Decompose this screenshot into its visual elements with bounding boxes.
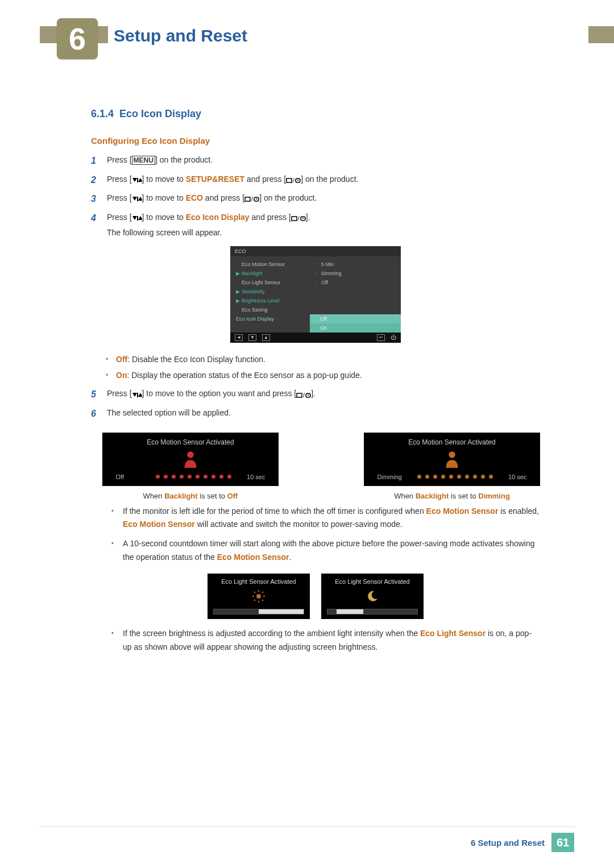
source-enter-icon: / bbox=[291, 211, 306, 224]
backlight-dimming-label: Dimming bbox=[377, 474, 412, 480]
motion-popups-row: Eco Motion Sensor Activated Off 10 sec W… bbox=[102, 433, 540, 500]
popup-box-off: Eco Motion Sensor Activated Off 10 sec bbox=[102, 433, 279, 486]
info-bullet-1: If the monitor is left idle for the peri… bbox=[123, 505, 540, 532]
svg-rect-15 bbox=[292, 217, 297, 221]
sun-icon bbox=[213, 589, 304, 604]
step-number: 5 bbox=[91, 387, 107, 402]
light-popup-sun: Eco Light Sensor Activated bbox=[208, 574, 310, 619]
countdown-row: Dimming 10 sec bbox=[371, 474, 533, 480]
osd-row-saving: Eco Saving bbox=[230, 305, 401, 314]
section-title: Eco Icon Display bbox=[119, 108, 201, 119]
svg-rect-19 bbox=[137, 393, 138, 397]
subheading: Configuring Eco Icon Display bbox=[91, 136, 540, 146]
triangle-right-icon: ▶ bbox=[236, 271, 242, 276]
page-header: 6 Setup and Reset bbox=[40, 17, 614, 50]
nav-up-icon: ▲ bbox=[262, 334, 270, 341]
svg-line-34 bbox=[254, 600, 255, 601]
svg-marker-2 bbox=[138, 178, 142, 182]
step-6: 6 The selected option will be applied. bbox=[91, 406, 540, 421]
osd-option-on: On bbox=[310, 323, 401, 333]
popup-box-dimming: Eco Motion Sensor Activated Dimming 10 s… bbox=[364, 433, 540, 486]
step-text: Press [] to move to ECO and press [/] on… bbox=[107, 192, 540, 206]
page-footer: 6 Setup and Reset 61 bbox=[471, 833, 574, 852]
step-text: Press [MENU] on the product. bbox=[107, 153, 540, 168]
osd-icon-display-label: Eco Icon Display bbox=[230, 314, 310, 323]
step-2: 2 Press [] to move to SETUP&RESET and pr… bbox=[91, 173, 540, 188]
step-text: The selected option will be applied. bbox=[107, 406, 540, 421]
countdown-dots bbox=[156, 475, 231, 479]
svg-rect-13 bbox=[137, 216, 138, 221]
svg-rect-9 bbox=[245, 197, 250, 201]
steps-list-2: 5 Press [] to move to the option you wan… bbox=[91, 387, 540, 421]
moon-icon bbox=[327, 589, 418, 604]
info-bullets-2: If the screen brightness is adjusted acc… bbox=[91, 627, 540, 654]
svg-text:/: / bbox=[251, 196, 253, 202]
step-1: 1 Press [MENU] on the product. bbox=[91, 153, 540, 168]
info-bullet-2: A 10-second countdown timer will start a… bbox=[123, 537, 540, 564]
step-number: 4 bbox=[91, 211, 107, 239]
person-icon bbox=[371, 451, 533, 468]
motion-popup-dimming: Eco Motion Sensor Activated Dimming 10 s… bbox=[364, 433, 540, 500]
step-number: 2 bbox=[91, 173, 107, 188]
brightness-bar bbox=[213, 609, 304, 614]
svg-marker-14 bbox=[138, 216, 142, 220]
step-4-tail: The following screen will appear. bbox=[107, 226, 540, 239]
svg-point-26 bbox=[256, 594, 261, 599]
step-number: 3 bbox=[91, 192, 107, 206]
step-text: Press [] to move to the option you want … bbox=[107, 387, 540, 402]
steps-list: 1 Press [MENU] on the product. 2 Press [… bbox=[91, 153, 540, 239]
down-up-arrow-icon bbox=[132, 211, 142, 224]
osd-body: Eco Motion Sensor:5 Min ▶Backlight:Dimmi… bbox=[230, 256, 401, 333]
nav-power-icon: ⏻ bbox=[391, 334, 396, 341]
option-bullets: Off: Disable the Eco Icon Display functi… bbox=[91, 353, 540, 382]
triangle-right-icon: ▶ bbox=[236, 289, 242, 294]
step-3: 3 Press [] to move to ECO and press [/] … bbox=[91, 192, 540, 206]
info-bullets: If the monitor is left idle for the peri… bbox=[91, 505, 540, 564]
svg-marker-0 bbox=[132, 178, 137, 182]
light-popups-row: Eco Light Sensor Activated Eco Light Sen… bbox=[91, 574, 540, 619]
svg-line-31 bbox=[254, 592, 255, 593]
on-label: On bbox=[116, 371, 127, 380]
step-number: 6 bbox=[91, 406, 107, 421]
popup-title: Eco Motion Sensor Activated bbox=[371, 438, 533, 446]
info-bullet-3: If the screen brightness is adjusted acc… bbox=[123, 627, 540, 654]
page-number-badge: 61 bbox=[551, 833, 574, 852]
step-4: 4 Press [] to move to Eco Icon Display a… bbox=[91, 211, 540, 239]
osd-row-icon-display: Eco Icon Display :Off bbox=[230, 314, 401, 323]
motion-popup-off: Eco Motion Sensor Activated Off 10 sec W… bbox=[102, 433, 279, 500]
brightness-bar bbox=[327, 609, 418, 614]
svg-marker-12 bbox=[132, 216, 137, 220]
osd-row-brightness: ▶Brightness Level bbox=[230, 296, 401, 305]
popup2-title: Eco Light Sensor Activated bbox=[213, 578, 304, 585]
svg-rect-7 bbox=[137, 197, 138, 201]
svg-marker-20 bbox=[138, 393, 142, 397]
eco-icon-display-label: Eco Icon Display bbox=[186, 213, 250, 222]
chapter-number-badge: 6 bbox=[57, 18, 98, 59]
step-number: 1 bbox=[91, 153, 107, 168]
footer-text: 6 Setup and Reset bbox=[471, 838, 545, 848]
nav-left-icon: ◄ bbox=[235, 334, 243, 341]
step-text: Press [] to move to SETUP&RESET and pres… bbox=[107, 173, 540, 188]
popup-caption-dimming: When Backlight is set to Dimming bbox=[364, 492, 540, 500]
setup-reset-label: SETUP&RESET bbox=[186, 175, 244, 184]
svg-line-32 bbox=[262, 600, 263, 601]
down-up-arrow-icon bbox=[132, 192, 142, 205]
svg-line-33 bbox=[262, 592, 263, 593]
bullet-on: On: Display the operation status of the … bbox=[116, 369, 540, 381]
svg-marker-8 bbox=[138, 197, 142, 201]
step-text: Press [] to move to Eco Icon Display and… bbox=[107, 211, 540, 239]
eco-label: ECO bbox=[186, 193, 203, 202]
source-enter-icon: / bbox=[296, 388, 311, 401]
popup2-title: Eco Light Sensor Activated bbox=[327, 578, 418, 585]
svg-rect-1 bbox=[137, 178, 138, 182]
ten-sec-label: 10 sec bbox=[237, 474, 265, 480]
svg-marker-6 bbox=[132, 197, 137, 201]
osd-option-off: :Off bbox=[310, 314, 401, 323]
triangle-right-icon: ▶ bbox=[236, 298, 242, 304]
ten-sec-label: 10 sec bbox=[499, 474, 527, 480]
osd-title: ECO bbox=[230, 246, 401, 256]
svg-text:/: / bbox=[293, 177, 294, 184]
popup-caption-off: When Backlight is set to Off bbox=[102, 492, 279, 500]
footer-separator bbox=[40, 827, 574, 827]
nav-down-icon: ▼ bbox=[248, 334, 256, 341]
